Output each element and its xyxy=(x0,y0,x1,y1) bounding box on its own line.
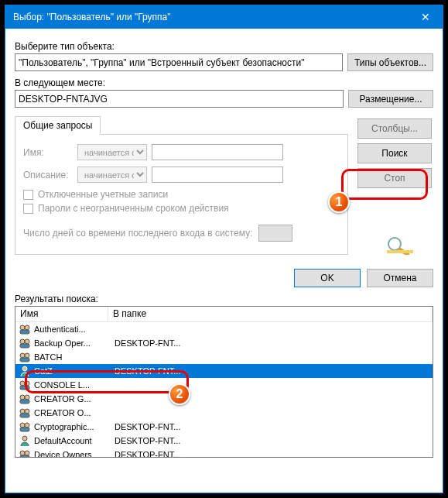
list-item[interactable]: DefaultAccountDESKTOP-FNT... xyxy=(15,434,433,448)
ok-button[interactable]: OK xyxy=(294,269,361,287)
desc-label: Описание: xyxy=(23,170,73,180)
row-folder: DESKTOP-FNT... xyxy=(115,450,433,457)
name-label: Имя: xyxy=(23,147,73,158)
nonexpiring-passwords-checkbox[interactable] xyxy=(23,204,33,214)
svg-rect-2 xyxy=(387,250,413,253)
window-title: Выбор: "Пользователь" или "Группа" xyxy=(13,12,408,22)
columns-button[interactable]: Столбцы... xyxy=(357,118,432,139)
days-dropdown[interactable] xyxy=(258,225,292,242)
svg-rect-15 xyxy=(20,386,29,390)
svg-point-4 xyxy=(25,325,29,330)
svg-rect-28 xyxy=(20,455,29,457)
group-icon xyxy=(19,323,31,335)
row-folder: DESKTOP-FNT... xyxy=(115,422,433,431)
list-item[interactable]: Authenticati... xyxy=(15,322,433,336)
close-button[interactable]: ✕ xyxy=(408,5,443,29)
svg-point-22 xyxy=(20,423,25,428)
list-item[interactable]: BATCH xyxy=(15,350,433,364)
titlebar[interactable]: Выбор: "Пользователь" или "Группа" ✕ xyxy=(5,5,443,29)
list-item[interactable]: CONSOLE L... xyxy=(15,378,433,392)
group-icon xyxy=(19,407,31,419)
svg-point-27 xyxy=(25,451,29,455)
locations-button[interactable]: Размещение... xyxy=(348,90,433,108)
stop-button[interactable]: Стоп xyxy=(357,168,432,188)
svg-point-25 xyxy=(22,436,27,441)
user-icon xyxy=(19,434,31,447)
svg-point-23 xyxy=(25,423,29,428)
svg-point-12 xyxy=(22,366,27,371)
disabled-accounts-label: Отключенные учетные записи xyxy=(38,189,168,200)
row-name: Device Owners xyxy=(34,450,111,457)
list-item[interactable]: Backup Oper...DESKTOP-FNT... xyxy=(15,336,433,350)
svg-point-3 xyxy=(20,325,25,330)
group-icon xyxy=(19,337,31,349)
query-panel: Имя: начинается с Описание: начинается с… xyxy=(15,135,348,255)
list-item[interactable]: Device OwnersDESKTOP-FNT... xyxy=(15,448,433,457)
svg-point-17 xyxy=(25,395,29,400)
disabled-accounts-checkbox[interactable] xyxy=(23,190,33,200)
location-label: В следующем месте: xyxy=(15,77,433,88)
list-item[interactable]: CatZDESKTOP-FNT... xyxy=(15,364,433,378)
nonexpiring-passwords-label: Пароли с неограниченным сроком действия xyxy=(38,203,229,214)
list-item[interactable]: CREATOR O... xyxy=(15,406,433,420)
svg-point-19 xyxy=(20,409,25,414)
row-name: CatZ xyxy=(34,366,111,376)
results-label: Результаты поиска: xyxy=(15,294,433,304)
cancel-button[interactable]: Отмена xyxy=(367,269,433,287)
client-area: Выберите тип объекта: "Пользователь", "Г… xyxy=(5,29,443,458)
listview-body[interactable]: Authenticati...Backup Oper...DESKTOP-FNT… xyxy=(15,322,433,457)
location-field: DESKTOP-FNTAJVG xyxy=(15,90,344,108)
find-now-button[interactable]: Поиск xyxy=(357,143,432,163)
col-name[interactable]: Имя xyxy=(15,307,108,321)
row-name: Cryptographic... xyxy=(34,422,111,431)
svg-point-14 xyxy=(25,381,29,386)
close-icon: ✕ xyxy=(421,11,430,23)
svg-point-26 xyxy=(20,451,25,455)
row-name: CREATOR O... xyxy=(34,408,111,417)
group-icon xyxy=(19,351,31,363)
svg-rect-5 xyxy=(20,330,29,334)
row-name: CONSOLE L... xyxy=(34,380,111,390)
svg-rect-8 xyxy=(20,344,29,348)
svg-point-13 xyxy=(20,381,25,386)
row-folder: DESKTOP-FNT... xyxy=(115,366,433,376)
list-item[interactable]: CREATOR G... xyxy=(15,392,433,406)
row-folder: DESKTOP-FNT... xyxy=(115,338,433,348)
svg-rect-21 xyxy=(20,414,29,417)
object-type-label: Выберите тип объекта: xyxy=(15,41,433,52)
row-name: Backup Oper... xyxy=(34,338,111,348)
name-match-combo[interactable]: начинается с xyxy=(77,144,147,160)
user-icon xyxy=(19,365,31,377)
desc-input[interactable] xyxy=(152,167,283,183)
col-folder[interactable]: В папке xyxy=(108,307,433,321)
desc-match-combo[interactable]: начинается с xyxy=(77,167,147,183)
listview-header[interactable]: Имя В папке xyxy=(15,307,433,322)
svg-point-20 xyxy=(25,409,29,414)
search-icon xyxy=(384,236,418,255)
list-item[interactable]: Cryptographic...DESKTOP-FNT... xyxy=(15,420,433,434)
object-types-button[interactable]: Типы объектов... xyxy=(347,53,433,71)
dialog-window: Выбор: "Пользователь" или "Группа" ✕ Выб… xyxy=(5,5,443,493)
side-buttons: Столбцы... Поиск Стоп xyxy=(357,118,432,188)
svg-point-10 xyxy=(25,353,29,358)
row-name: DefaultAccount xyxy=(34,436,111,445)
tab-common-queries[interactable]: Общие запросы xyxy=(15,116,101,135)
object-type-field: "Пользователь", "Группа" или "Встроенный… xyxy=(15,53,343,71)
svg-point-7 xyxy=(25,339,29,344)
row-name: BATCH xyxy=(34,352,111,362)
days-since-logon-label: Число дней со времени последнего входа в… xyxy=(23,228,252,239)
svg-point-6 xyxy=(20,339,25,344)
svg-point-16 xyxy=(20,395,25,400)
group-icon xyxy=(19,393,31,405)
tab-bar: Общие запросы xyxy=(15,115,348,135)
svg-rect-18 xyxy=(20,400,29,404)
results-listview[interactable]: Имя В папке Authenticati...Backup Oper..… xyxy=(15,306,433,458)
group-icon xyxy=(19,448,31,457)
row-folder: DESKTOP-FNT... xyxy=(115,436,433,445)
row-name: Authenticati... xyxy=(34,325,111,334)
row-name: CREATOR G... xyxy=(34,394,111,404)
group-icon xyxy=(19,421,31,433)
group-icon xyxy=(19,379,31,391)
svg-point-9 xyxy=(20,353,25,358)
name-input[interactable] xyxy=(152,144,283,160)
